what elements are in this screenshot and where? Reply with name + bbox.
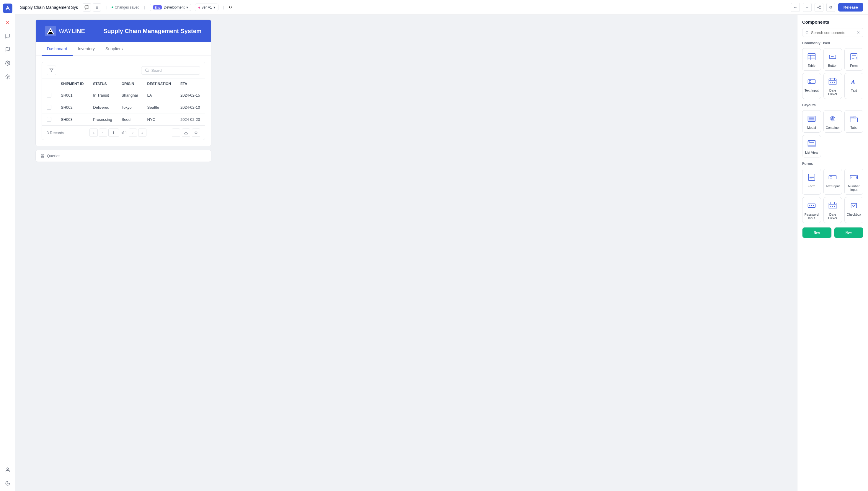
release-button[interactable]: Release bbox=[838, 3, 863, 11]
container-label: Container bbox=[826, 126, 840, 129]
settings-btn[interactable]: ⚙ bbox=[192, 128, 200, 137]
table-section: Search SHIPMENT ID STATUS ORIGIN DESTINA… bbox=[36, 56, 211, 146]
page-input[interactable] bbox=[108, 128, 119, 137]
svg-point-25 bbox=[831, 56, 832, 57]
grid-icon[interactable]: ⊞ bbox=[93, 3, 101, 11]
text-input-icon bbox=[806, 76, 817, 87]
undo-icon[interactable]: ← bbox=[791, 3, 800, 12]
component-button[interactable]: Button bbox=[824, 48, 842, 70]
table-toolbar: Search bbox=[42, 62, 205, 79]
row-checkbox-3[interactable] bbox=[46, 117, 51, 122]
tabs-icon bbox=[848, 113, 860, 124]
data-table: SHIPMENT ID STATUS ORIGIN DESTINATION ET… bbox=[42, 79, 205, 125]
new-component-1[interactable]: New bbox=[802, 227, 832, 238]
table-row: SH001 In Transit Shanghai LA 2024-02-15 bbox=[42, 89, 205, 101]
search-components-input[interactable] bbox=[811, 30, 854, 35]
sidebar-icon-flag[interactable] bbox=[4, 46, 12, 54]
filter-button[interactable] bbox=[46, 65, 56, 75]
component-text-input[interactable]: Text Input bbox=[802, 73, 821, 99]
env-selector[interactable]: Env Development ▾ bbox=[150, 4, 191, 11]
component-date-picker[interactable]: Date Picker bbox=[824, 73, 842, 99]
wayline-logo-icon bbox=[45, 26, 56, 36]
top-bar: Supply Chain Management Sys 💬 ⊞ | Change… bbox=[16, 0, 868, 15]
row-checkbox-2[interactable] bbox=[46, 105, 51, 110]
sidebar-icon-chat[interactable] bbox=[4, 32, 12, 40]
sidebar-icon-user[interactable] bbox=[4, 466, 12, 474]
env-chevron-icon: ▾ bbox=[186, 5, 188, 9]
page-next[interactable]: › bbox=[129, 128, 137, 137]
svg-point-27 bbox=[833, 56, 834, 57]
col-origin: ORIGIN bbox=[117, 79, 143, 89]
app-logo[interactable] bbox=[3, 4, 12, 13]
cell-eta-2: 2024-02-10 bbox=[176, 101, 205, 113]
svg-rect-19 bbox=[808, 54, 815, 60]
number-input-label: Number Input bbox=[846, 184, 861, 192]
component-tabs[interactable]: Tabs bbox=[844, 110, 863, 133]
component-password-input[interactable]: Password Input bbox=[802, 197, 821, 223]
component-form-2[interactable]: Form bbox=[802, 169, 821, 195]
component-text[interactable]: A Text bbox=[844, 73, 863, 99]
tab-suppliers[interactable]: Suppliers bbox=[100, 42, 128, 56]
component-list-view[interactable]: List View bbox=[802, 135, 821, 157]
comment-icon[interactable]: 💬 bbox=[83, 3, 91, 11]
export-btn[interactable] bbox=[182, 128, 190, 137]
sidebar-icon-settings[interactable] bbox=[4, 59, 12, 67]
component-form[interactable]: A Form bbox=[844, 48, 863, 70]
records-count: 3 Records bbox=[46, 131, 64, 135]
share-icon[interactable] bbox=[814, 3, 824, 12]
app-header-title: Supply Chain Management System bbox=[103, 28, 202, 34]
cell-status-2: Delivered bbox=[88, 101, 117, 113]
cell-origin-2: Tokyo bbox=[117, 101, 143, 113]
component-table[interactable]: Table bbox=[802, 48, 821, 70]
svg-point-71 bbox=[813, 205, 814, 206]
page-first[interactable]: « bbox=[89, 128, 98, 137]
search-components-box[interactable]: ✕ bbox=[802, 28, 863, 37]
sidebar-icon-close[interactable] bbox=[4, 18, 12, 27]
number-input-icon bbox=[848, 172, 860, 182]
search-components-icon bbox=[805, 30, 809, 34]
svg-point-7 bbox=[817, 7, 819, 8]
modal-icon bbox=[806, 113, 817, 124]
ver-selector[interactable]: ♦ ver v1 ▾ bbox=[195, 4, 218, 11]
add-row-btn[interactable]: + bbox=[172, 128, 180, 137]
svg-line-18 bbox=[808, 33, 808, 34]
component-checkbox[interactable]: Checkbox bbox=[844, 197, 863, 223]
page-prev[interactable]: ‹ bbox=[99, 128, 107, 137]
clear-search-button[interactable]: ✕ bbox=[857, 30, 860, 35]
components-panel: Components ✕ Commonly Used Table bbox=[797, 15, 868, 491]
app-logo-area: WAYLINE bbox=[45, 26, 85, 36]
forms-grid: Form Text Input N bbox=[802, 169, 863, 223]
password-input-icon bbox=[806, 200, 817, 211]
table-search-box[interactable]: Search bbox=[141, 66, 200, 75]
page-last[interactable]: » bbox=[138, 128, 147, 137]
text-input-label: Text Input bbox=[805, 89, 819, 92]
svg-rect-79 bbox=[851, 203, 857, 208]
forms-label: Forms bbox=[802, 162, 863, 166]
tab-inventory[interactable]: Inventory bbox=[73, 42, 100, 56]
sidebar-icon-moon[interactable] bbox=[4, 479, 12, 487]
list-view-label: List View bbox=[805, 151, 818, 154]
app-logo-text: WAYLINE bbox=[59, 28, 85, 34]
component-text-input-2[interactable]: Text Input bbox=[824, 169, 842, 195]
data-table-container: Search SHIPMENT ID STATUS ORIGIN DESTINA… bbox=[42, 62, 205, 140]
cell-destination-3: NYC bbox=[143, 113, 176, 125]
sidebar-icon-cog[interactable] bbox=[4, 73, 12, 81]
list-view-icon bbox=[806, 138, 817, 149]
svg-rect-51 bbox=[850, 116, 853, 118]
component-container[interactable]: Container bbox=[824, 110, 842, 133]
svg-marker-12 bbox=[50, 69, 53, 72]
svg-rect-33 bbox=[808, 80, 815, 83]
component-modal[interactable]: Modal bbox=[802, 110, 821, 133]
date-picker-label: Date Picker bbox=[826, 89, 840, 96]
queries-section: Queries bbox=[35, 150, 211, 162]
refresh-icon[interactable]: ↻ bbox=[229, 5, 232, 9]
tab-dashboard[interactable]: Dashboard bbox=[42, 42, 73, 56]
component-number-input[interactable]: Number Input bbox=[844, 169, 863, 195]
component-date-picker-2[interactable]: Date Picker bbox=[824, 197, 842, 223]
checkbox-label: Checkbox bbox=[847, 213, 861, 216]
tabs-label: Tabs bbox=[850, 126, 857, 129]
redo-icon[interactable]: → bbox=[803, 3, 812, 12]
settings-icon[interactable]: ⚙ bbox=[826, 3, 835, 12]
row-checkbox-1[interactable] bbox=[46, 93, 51, 97]
new-component-2[interactable]: New bbox=[834, 227, 864, 238]
